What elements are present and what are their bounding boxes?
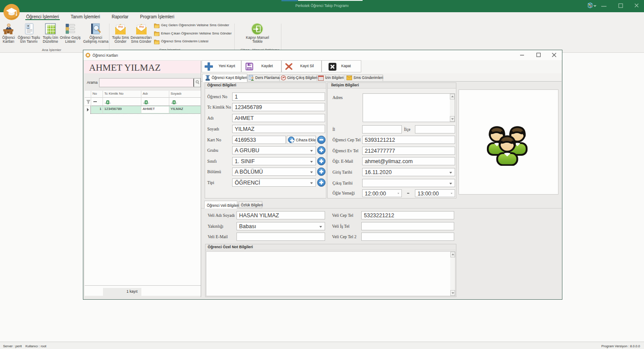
svg-text:c: c [148, 101, 149, 104]
svg-text:a: a [105, 101, 106, 104]
svg-text:Msg: Msg [139, 25, 144, 28]
svg-text:c: c [176, 101, 177, 104]
svg-text:a: a [171, 101, 173, 104]
svg-text:c: c [110, 101, 111, 104]
svg-text:a: a [143, 101, 145, 104]
svg-text:Msg: Msg [118, 25, 123, 28]
